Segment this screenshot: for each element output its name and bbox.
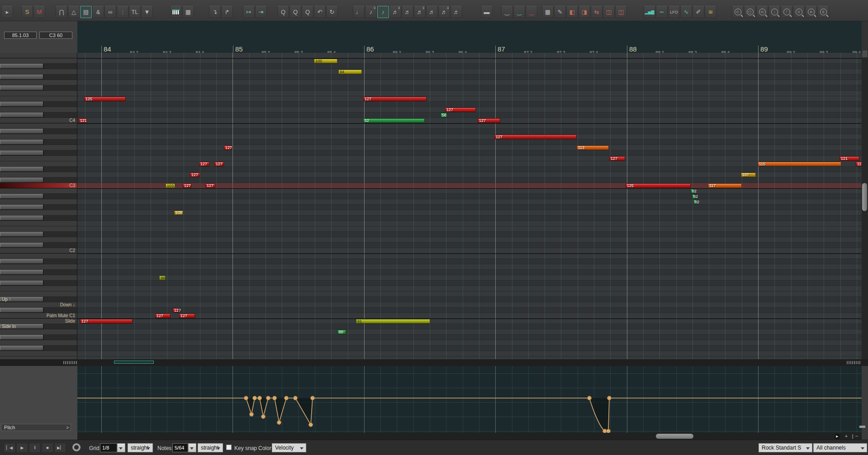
curve-draw-button[interactable]: ∿ xyxy=(680,6,692,18)
midi-note[interactable]: 127 xyxy=(494,135,577,139)
piano-key[interactable] xyxy=(0,64,77,69)
midi-note[interactable]: 127 xyxy=(478,118,500,123)
piano-key[interactable] xyxy=(0,199,77,205)
tie-button[interactable]: ‿ xyxy=(501,6,513,18)
piano-key[interactable] xyxy=(0,329,77,335)
notes-value-input[interactable]: 5/64 xyxy=(172,443,188,452)
note-thirtysecond-triplet-button[interactable]: ♬3 xyxy=(414,6,426,18)
piano-key[interactable] xyxy=(0,335,77,340)
shift-left-button[interactable]: ◧ xyxy=(566,6,578,18)
link-button[interactable]: ∞ xyxy=(104,6,116,18)
pitch-point[interactable] xyxy=(607,396,612,400)
zoom-fit-button[interactable]: ▢ xyxy=(744,6,756,18)
pitch-point[interactable] xyxy=(273,396,277,400)
midi-note[interactable]: 127 xyxy=(445,108,476,112)
pitch-point[interactable] xyxy=(311,396,315,400)
magnet-snap-button[interactable]: ⋂ xyxy=(56,6,67,18)
note-grid[interactable]: 1251211009412712756521271271271271271031… xyxy=(77,53,862,359)
piano-key[interactable] xyxy=(0,58,77,64)
timeline-button[interactable]: TL xyxy=(129,6,141,18)
horizontal-scrollbar-thumb[interactable] xyxy=(656,434,693,439)
piano-key[interactable] xyxy=(0,172,77,178)
midi-note[interactable]: 121 xyxy=(840,156,859,161)
note-sixtyfourth-button[interactable]: ♬ xyxy=(451,6,462,18)
footsteps-button[interactable]: : xyxy=(117,6,128,18)
notes-mode-dropdown[interactable]: straight xyxy=(198,443,223,452)
midi-note[interactable]: 127 xyxy=(199,162,209,166)
pitch-lane[interactable] xyxy=(77,366,862,433)
piano-roll-view-button[interactable]: ▤ xyxy=(80,6,92,18)
splitter-handle-left[interactable] xyxy=(63,361,77,364)
midi-note[interactable]: 127 xyxy=(179,314,195,318)
split-right-button[interactable]: ◫ xyxy=(615,6,627,18)
pitch-point[interactable] xyxy=(266,396,270,400)
midi-note[interactable]: 125 xyxy=(84,97,126,101)
piano-key[interactable] xyxy=(0,351,77,356)
pitch-point[interactable] xyxy=(607,429,611,433)
piano-key[interactable] xyxy=(0,216,77,221)
piano-key[interactable]: Palm Mute C1 xyxy=(0,313,77,319)
piano-key[interactable]: Down ↓ xyxy=(0,302,77,308)
undo-button[interactable]: ↶ xyxy=(314,6,326,18)
vertical-scrollbar-thumb[interactable] xyxy=(862,183,867,211)
piano-key[interactable] xyxy=(0,96,77,102)
tie-add-button[interactable]: ‿ xyxy=(513,6,525,18)
piano-key[interactable] xyxy=(0,308,77,313)
vertical-scrollbar[interactable] xyxy=(862,58,868,359)
midi-note[interactable]: 115 xyxy=(758,162,841,166)
note-sixteenth-button[interactable]: ♬ xyxy=(402,6,413,18)
velocity-levels-button[interactable]: ▂▅▇ xyxy=(644,6,655,18)
piano-key[interactable] xyxy=(0,113,77,118)
quantize-start-button[interactable]: Q xyxy=(289,6,301,18)
piano-key[interactable] xyxy=(0,178,77,183)
piano-key[interactable] xyxy=(0,205,77,210)
midi-note[interactable]: 117 xyxy=(708,183,742,188)
zoom-vertical-button[interactable]: V xyxy=(793,6,805,18)
split-left-button[interactable]: ◫ xyxy=(603,6,615,18)
zoom-selection-button[interactable]: S xyxy=(817,6,829,18)
piano-key[interactable] xyxy=(0,134,77,140)
piano-key[interactable] xyxy=(0,85,77,91)
pitch-point[interactable] xyxy=(253,396,257,400)
midi-note[interactable]: 107 xyxy=(741,173,756,177)
piano-key[interactable] xyxy=(0,91,77,96)
grid-mode-dropdown[interactable]: straight xyxy=(128,443,153,452)
midi-note[interactable]: 11 xyxy=(856,162,862,166)
midi-note[interactable]: 127 xyxy=(173,308,179,313)
strip-add-button[interactable]: + xyxy=(843,434,849,439)
midi-note[interactable]: 91 xyxy=(356,319,430,324)
midi-note[interactable]: 127 xyxy=(190,173,200,177)
midi-note[interactable]: 52 xyxy=(363,118,425,123)
piano-key[interactable] xyxy=(0,210,77,216)
piano-key[interactable] xyxy=(0,340,77,346)
piano-key[interactable] xyxy=(0,281,77,286)
piano-key[interactable] xyxy=(0,232,77,237)
timeline-ruler[interactable]: 8484.284.384.48585.285.385.48686.286.386… xyxy=(77,21,862,58)
note-thirtysecond-button[interactable]: ♬ xyxy=(426,6,438,18)
pause-button[interactable]: ‖ xyxy=(29,443,41,453)
tie-remove-button[interactable]: ‿ xyxy=(526,6,537,18)
grid-value-input[interactable]: 1/8 xyxy=(100,443,117,452)
stop-button[interactable]: ■ xyxy=(42,443,53,453)
note-eighth-button[interactable]: ♪ xyxy=(377,6,389,18)
piano-key[interactable]: C2 xyxy=(0,248,77,253)
piano-key[interactable] xyxy=(0,259,77,264)
piano-key[interactable] xyxy=(0,188,77,194)
piano-key[interactable]: Side In xyxy=(0,324,77,329)
loop-button[interactable] xyxy=(72,443,81,451)
midi-note[interactable]: 103 xyxy=(166,183,175,188)
piano-key[interactable] xyxy=(0,264,77,270)
strip-play-button[interactable]: ▶ xyxy=(835,434,840,439)
solo-button[interactable]: S xyxy=(21,6,33,18)
midi-note[interactable]: 127 xyxy=(214,162,224,166)
notes-value-dropdown-button[interactable] xyxy=(188,443,196,452)
piano-key[interactable] xyxy=(0,226,77,232)
midi-note[interactable]: 56 xyxy=(441,113,447,117)
pitch-point[interactable] xyxy=(261,415,266,419)
midi-note[interactable]: 100 xyxy=(314,59,337,63)
pedal-strip-button[interactable]: ▬ xyxy=(481,6,493,18)
key-snap-checkbox[interactable] xyxy=(226,445,232,450)
zoom-horizontal-button[interactable]: H xyxy=(756,6,768,18)
piano-key[interactable] xyxy=(0,140,77,145)
midi-note[interactable]: 108 xyxy=(174,211,183,215)
